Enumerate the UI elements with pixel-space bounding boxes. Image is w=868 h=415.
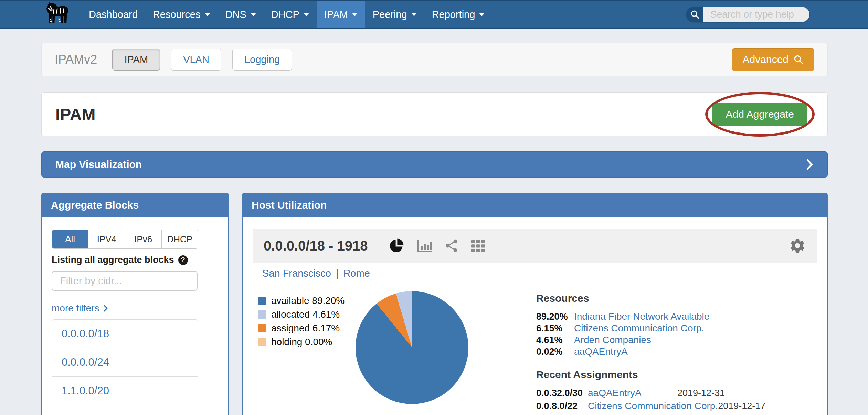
legend-item: allocated 4.61% xyxy=(258,308,345,321)
share-view-button[interactable] xyxy=(444,238,459,253)
legend-item: available 89.20% xyxy=(258,294,345,308)
legend-swatch-assigned xyxy=(258,324,266,332)
assignment-cidr: 0.0.8.0/22 xyxy=(536,401,588,412)
tab-ipam[interactable]: IPAM xyxy=(112,49,160,71)
host-utilization-header: Host Utilization xyxy=(242,193,828,217)
block-list-item[interactable]: 0.0.0.0/18 xyxy=(52,320,198,348)
filter-ipv6[interactable]: IPv6 xyxy=(125,230,161,248)
legend-swatch-holding xyxy=(258,338,266,346)
zebra-logo-icon xyxy=(41,2,72,26)
ipamv2-toolbar: IPAMv2 IPAM VLAN Logging Advanced xyxy=(41,43,828,76)
bar-chart-view-button[interactable] xyxy=(416,237,433,254)
add-aggregate-button[interactable]: Add Aggregate xyxy=(712,103,807,126)
chevron-down-icon xyxy=(251,13,256,16)
assignment-date: 2019-12-31 xyxy=(677,388,729,398)
resources-section: Resources 89.20% Indiana Fiber Network A… xyxy=(536,292,729,358)
block-list-item[interactable]: 1.1.1.0/24 xyxy=(52,405,198,415)
legend-swatch-available xyxy=(258,297,266,305)
nav-item-label: Peering xyxy=(373,9,407,20)
advanced-label: Advanced xyxy=(743,54,788,65)
utilization-subheader: 0.0.0.0/18 - 1918 xyxy=(253,229,817,263)
search-button[interactable] xyxy=(686,7,703,22)
block-type-filter: All IPV4 IPv6 DHCP xyxy=(52,230,198,249)
block-cidr-link: 0.0.0.0/18 xyxy=(62,328,109,340)
tab-label: VLAN xyxy=(183,54,209,65)
nav-item-dhcp[interactable]: DHCP xyxy=(264,1,317,28)
view-switcher xyxy=(388,237,486,254)
tab-logging[interactable]: Logging xyxy=(232,49,292,71)
chevron-right-icon xyxy=(103,305,108,312)
listing-label-text: Listing all aggregate blocks xyxy=(52,255,174,265)
nav-item-ipam[interactable]: IPAM xyxy=(317,1,365,28)
block-cidr-link: 0.0.0.0/24 xyxy=(62,356,109,369)
search-icon xyxy=(690,10,700,19)
tab-vlan[interactable]: VLAN xyxy=(171,49,221,71)
tab-label: IPAM xyxy=(124,54,148,65)
resource-row: 89.20% Indiana Fiber Network Available xyxy=(536,311,729,323)
location-link-san-francisco[interactable]: San Franscisco xyxy=(262,268,331,279)
aggregate-blocks-panel: Aggregate Blocks All IPV4 IPv6 DHCP List… xyxy=(41,193,229,415)
recent-assignments-title: Recent Assignments xyxy=(536,369,729,381)
resource-row: 6.15% Citizens Communication Corp. xyxy=(536,323,729,334)
block-list-item[interactable]: 0.0.0.0/24 xyxy=(52,348,198,376)
search-input[interactable] xyxy=(703,7,809,22)
assignment-link[interactable]: Citizens Communication Corp. xyxy=(588,401,718,412)
more-filters-link[interactable]: more filters xyxy=(52,303,108,314)
filter-dhcp[interactable]: DHCP xyxy=(161,230,198,248)
nav-menu: Dashboard Resources DNS DHCP IPAM Peerin… xyxy=(81,1,492,28)
chevron-down-icon xyxy=(304,13,309,16)
segment-label: IPv6 xyxy=(134,234,152,245)
legend-label: allocated 4.61% xyxy=(271,309,340,320)
block-title: 0.0.0.0/18 - 1918 xyxy=(264,238,368,254)
share-icon xyxy=(444,238,459,253)
location-links: San Franscisco | Rome xyxy=(262,268,370,279)
utilization-pie xyxy=(356,291,468,404)
map-visualization-bar[interactable]: Map Visualization xyxy=(41,151,828,178)
filter-ipv4[interactable]: IPV4 xyxy=(88,230,125,248)
assignment-date: 2019-12-17 xyxy=(718,401,770,412)
block-cidr-link: 1.1.0.0/20 xyxy=(62,385,109,397)
nav-item-dashboard[interactable]: Dashboard xyxy=(81,1,145,28)
resource-link[interactable]: aaQAEntryA xyxy=(574,346,628,357)
page-title: IPAM xyxy=(55,105,95,124)
zebra-logo[interactable] xyxy=(0,1,81,28)
chevron-down-icon xyxy=(411,13,417,16)
nav-item-reporting[interactable]: Reporting xyxy=(424,1,493,28)
nav-item-peering[interactable]: Peering xyxy=(365,1,424,28)
settings-button[interactable] xyxy=(789,237,806,254)
help-icon[interactable]: ? xyxy=(178,255,188,265)
aggregate-blocks-header: Aggregate Blocks xyxy=(41,193,229,217)
resource-link[interactable]: Citizens Communication Corp. xyxy=(574,323,704,334)
legend-label: holding 0.00% xyxy=(271,337,332,348)
assignment-link[interactable]: aaQAEntryA xyxy=(588,387,677,398)
pie-legend: available 89.20% allocated 4.61% assigne… xyxy=(258,294,345,349)
pie-chart-view-button[interactable] xyxy=(388,237,405,254)
nav-item-label: DHCP xyxy=(271,9,299,20)
assignment-cidr: 0.0.32.0/30 xyxy=(536,388,588,398)
filter-all[interactable]: All xyxy=(52,230,88,248)
resource-row: 0.02% aaQAEntryA xyxy=(536,346,729,358)
advanced-search-button[interactable]: Advanced xyxy=(732,48,814,71)
block-cidr-link: 1.1.1.0/24 xyxy=(62,413,109,415)
resource-pct: 89.20% xyxy=(536,311,574,322)
location-separator: | xyxy=(336,268,339,279)
cidr-filter-input[interactable] xyxy=(52,271,198,291)
navbar: Dashboard Resources DNS DHCP IPAM Peerin… xyxy=(0,0,868,29)
resource-link[interactable]: Indiana Fiber Network Available xyxy=(574,311,709,322)
gear-icon xyxy=(789,237,806,254)
location-link-rome[interactable]: Rome xyxy=(343,268,370,279)
page-header: IPAM Add Aggregate xyxy=(41,92,828,136)
block-list-item[interactable]: 1.1.0.0/20 xyxy=(52,376,198,405)
resource-link[interactable]: Arden Companies xyxy=(574,334,651,345)
grid-view-button[interactable] xyxy=(470,238,486,253)
nav-item-resources[interactable]: Resources xyxy=(145,1,218,28)
segment-label: All xyxy=(65,234,75,245)
recent-assignment-row: 0.0.32.0/30 aaQAEntryA 2019-12-31 xyxy=(536,387,729,401)
legend-label: assigned 6.17% xyxy=(271,323,340,334)
nav-item-dns[interactable]: DNS xyxy=(218,1,264,28)
segment-label: DHCP xyxy=(167,234,193,245)
host-utilization-title: Host Utilization xyxy=(252,199,327,211)
legend-swatch-allocated xyxy=(258,310,266,319)
chevron-down-icon xyxy=(205,13,210,16)
segment-label: IPV4 xyxy=(97,234,116,245)
